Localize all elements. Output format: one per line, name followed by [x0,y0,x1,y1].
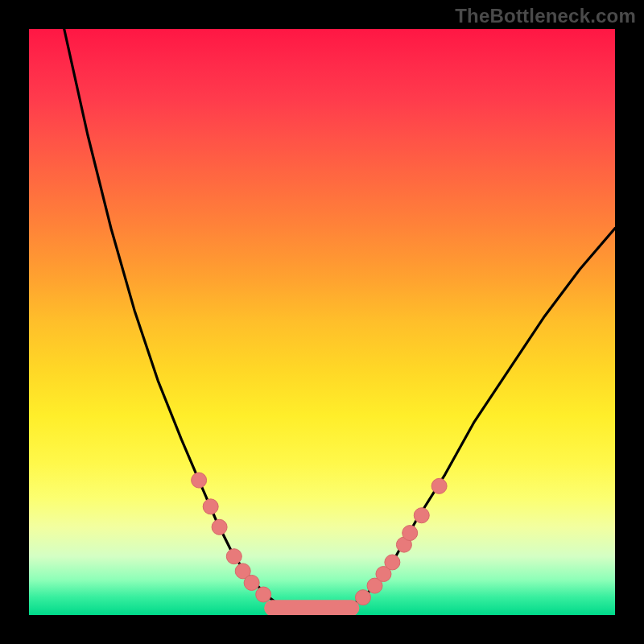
svg-point-15 [431,478,447,493]
svg-point-8 [355,590,370,605]
svg-point-13 [402,526,418,541]
watermark-text: TheBottleneck.com [455,5,636,27]
svg-point-1 [192,473,207,488]
svg-point-11 [385,555,400,570]
svg-point-6 [244,575,259,590]
chart-frame: TheBottleneck.com [0,0,644,644]
svg-point-2 [203,499,218,514]
svg-point-7 [256,587,271,602]
svg-point-4 [226,549,242,564]
bottleneck-curve [29,29,615,615]
svg-point-3 [212,519,227,535]
svg-point-14 [414,508,429,523]
plot-area [29,29,615,615]
